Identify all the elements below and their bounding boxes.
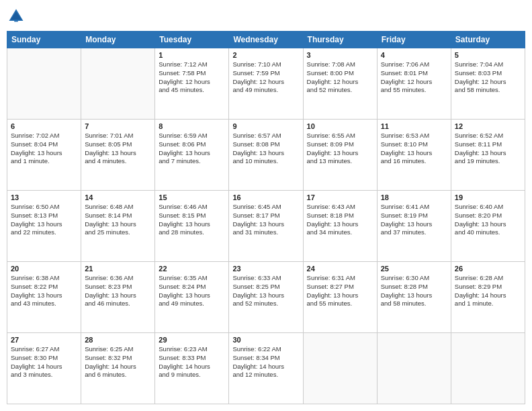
day-number: 14 (85, 193, 151, 201)
day-info: Sunrise: 6:36 AMSunset: 8:23 PMDaylight:… (85, 274, 151, 308)
day-cell (303, 333, 377, 404)
day-info: Sunrise: 6:46 AMSunset: 8:15 PMDaylight:… (159, 203, 225, 237)
week-row-1: 1Sunrise: 7:12 AMSunset: 7:58 PMDaylight… (7, 48, 525, 120)
day-info: Sunrise: 7:01 AMSunset: 8:05 PMDaylight:… (85, 132, 151, 166)
page: SundayMondayTuesdayWednesdayThursdayFrid… (0, 0, 532, 411)
logo-icon (7, 7, 26, 26)
day-cell: 7Sunrise: 7:01 AMSunset: 8:05 PMDaylight… (81, 120, 155, 191)
day-number: 27 (11, 336, 77, 344)
day-cell (7, 48, 81, 120)
day-info: Sunrise: 6:48 AMSunset: 8:14 PMDaylight:… (85, 203, 151, 237)
day-info: Sunrise: 6:50 AMSunset: 8:13 PMDaylight:… (11, 203, 77, 237)
day-cell: 19Sunrise: 6:40 AMSunset: 8:20 PMDayligh… (451, 191, 525, 262)
day-number: 8 (159, 122, 225, 130)
week-row-3: 13Sunrise: 6:50 AMSunset: 8:13 PMDayligh… (7, 191, 525, 262)
day-number: 23 (232, 265, 299, 273)
day-number: 1 (159, 51, 225, 59)
day-cell: 24Sunrise: 6:31 AMSunset: 8:27 PMDayligh… (303, 262, 377, 333)
day-cell: 17Sunrise: 6:43 AMSunset: 8:18 PMDayligh… (303, 191, 377, 262)
day-info: Sunrise: 6:55 AMSunset: 8:09 PMDaylight:… (307, 132, 373, 166)
day-cell: 11Sunrise: 6:53 AMSunset: 8:10 PMDayligh… (377, 120, 451, 191)
calendar: SundayMondayTuesdayWednesdayThursdayFrid… (7, 31, 525, 404)
day-cell: 12Sunrise: 6:52 AMSunset: 8:11 PMDayligh… (451, 120, 525, 191)
day-info: Sunrise: 7:08 AMSunset: 8:00 PMDaylight:… (307, 60, 373, 95)
day-header-sunday: Sunday (7, 32, 81, 48)
day-cell: 3Sunrise: 7:08 AMSunset: 8:00 PMDaylight… (303, 48, 377, 120)
day-number: 22 (159, 265, 225, 273)
day-info: Sunrise: 7:06 AMSunset: 8:01 PMDaylight:… (381, 60, 447, 95)
day-cell: 23Sunrise: 6:33 AMSunset: 8:25 PMDayligh… (229, 262, 303, 333)
day-cell: 27Sunrise: 6:27 AMSunset: 8:30 PMDayligh… (7, 333, 81, 404)
day-number: 15 (159, 193, 225, 201)
day-header-tuesday: Tuesday (155, 32, 229, 48)
day-number: 20 (11, 265, 77, 273)
day-number: 4 (381, 51, 447, 59)
day-cell: 13Sunrise: 6:50 AMSunset: 8:13 PMDayligh… (7, 191, 81, 262)
day-number: 11 (381, 122, 447, 130)
day-info: Sunrise: 7:04 AMSunset: 8:03 PMDaylight:… (455, 60, 521, 95)
day-info: Sunrise: 6:41 AMSunset: 8:19 PMDaylight:… (381, 203, 447, 237)
day-number: 21 (85, 265, 151, 273)
day-cell: 2Sunrise: 7:10 AMSunset: 7:59 PMDaylight… (229, 48, 303, 120)
day-cell: 26Sunrise: 6:28 AMSunset: 8:29 PMDayligh… (451, 262, 525, 333)
day-number: 16 (232, 193, 299, 201)
day-header-thursday: Thursday (303, 32, 377, 48)
day-cell: 15Sunrise: 6:46 AMSunset: 8:15 PMDayligh… (155, 191, 229, 262)
day-info: Sunrise: 6:40 AMSunset: 8:20 PMDaylight:… (455, 203, 521, 237)
day-info: Sunrise: 6:52 AMSunset: 8:11 PMDaylight:… (455, 132, 521, 166)
day-cell: 21Sunrise: 6:36 AMSunset: 8:23 PMDayligh… (81, 262, 155, 333)
day-cell: 16Sunrise: 6:45 AMSunset: 8:17 PMDayligh… (229, 191, 303, 262)
week-row-2: 6Sunrise: 7:02 AMSunset: 8:04 PMDaylight… (7, 120, 525, 191)
day-number: 2 (232, 51, 299, 59)
day-info: Sunrise: 6:28 AMSunset: 8:29 PMDaylight:… (455, 274, 521, 308)
day-number: 19 (455, 193, 521, 201)
day-cell: 5Sunrise: 7:04 AMSunset: 8:03 PMDaylight… (451, 48, 525, 120)
day-info: Sunrise: 6:38 AMSunset: 8:22 PMDaylight:… (11, 274, 77, 308)
day-number: 26 (455, 265, 521, 273)
day-info: Sunrise: 6:31 AMSunset: 8:27 PMDaylight:… (307, 274, 373, 308)
day-cell (451, 333, 525, 404)
day-cell: 29Sunrise: 6:23 AMSunset: 8:33 PMDayligh… (155, 333, 229, 404)
day-cell: 14Sunrise: 6:48 AMSunset: 8:14 PMDayligh… (81, 191, 155, 262)
day-cell: 9Sunrise: 6:57 AMSunset: 8:08 PMDaylight… (229, 120, 303, 191)
day-header-saturday: Saturday (451, 32, 525, 48)
day-info: Sunrise: 6:45 AMSunset: 8:17 PMDaylight:… (232, 203, 299, 237)
day-cell: 10Sunrise: 6:55 AMSunset: 8:09 PMDayligh… (303, 120, 377, 191)
day-info: Sunrise: 6:22 AMSunset: 8:34 PMDaylight:… (232, 345, 299, 379)
day-info: Sunrise: 7:10 AMSunset: 7:59 PMDaylight:… (232, 60, 299, 95)
day-cell: 28Sunrise: 6:25 AMSunset: 8:32 PMDayligh… (81, 333, 155, 404)
day-cell: 18Sunrise: 6:41 AMSunset: 8:19 PMDayligh… (377, 191, 451, 262)
day-number: 12 (455, 122, 521, 130)
day-cell: 25Sunrise: 6:30 AMSunset: 8:28 PMDayligh… (377, 262, 451, 333)
day-info: Sunrise: 6:57 AMSunset: 8:08 PMDaylight:… (232, 132, 299, 166)
day-number: 18 (381, 193, 447, 201)
day-info: Sunrise: 7:02 AMSunset: 8:04 PMDaylight:… (11, 132, 77, 166)
day-cell (81, 48, 155, 120)
day-number: 29 (159, 336, 225, 344)
day-cell: 6Sunrise: 7:02 AMSunset: 8:04 PMDaylight… (7, 120, 81, 191)
day-number: 13 (11, 193, 77, 201)
week-row-5: 27Sunrise: 6:27 AMSunset: 8:30 PMDayligh… (7, 333, 525, 404)
day-info: Sunrise: 6:35 AMSunset: 8:24 PMDaylight:… (159, 274, 225, 308)
day-number: 6 (11, 122, 77, 130)
day-info: Sunrise: 6:27 AMSunset: 8:30 PMDaylight:… (11, 345, 77, 379)
day-info: Sunrise: 6:23 AMSunset: 8:33 PMDaylight:… (159, 345, 225, 379)
day-number: 3 (307, 51, 373, 59)
header (7, 7, 525, 26)
week-row-4: 20Sunrise: 6:38 AMSunset: 8:22 PMDayligh… (7, 262, 525, 333)
day-number: 30 (232, 336, 299, 344)
day-number: 25 (381, 265, 447, 273)
day-cell: 22Sunrise: 6:35 AMSunset: 8:24 PMDayligh… (155, 262, 229, 333)
svg-rect-2 (14, 20, 18, 22)
day-cell: 8Sunrise: 6:59 AMSunset: 8:06 PMDaylight… (155, 120, 229, 191)
day-header-wednesday: Wednesday (229, 32, 303, 48)
day-info: Sunrise: 6:53 AMSunset: 8:10 PMDaylight:… (381, 132, 447, 166)
day-cell: 20Sunrise: 6:38 AMSunset: 8:22 PMDayligh… (7, 262, 81, 333)
day-info: Sunrise: 6:43 AMSunset: 8:18 PMDaylight:… (307, 203, 373, 237)
day-number: 7 (85, 122, 151, 130)
logo (7, 7, 28, 26)
day-header-friday: Friday (377, 32, 451, 48)
day-number: 10 (307, 122, 373, 130)
day-info: Sunrise: 7:12 AMSunset: 7:58 PMDaylight:… (159, 60, 225, 95)
day-info: Sunrise: 6:33 AMSunset: 8:25 PMDaylight:… (232, 274, 299, 308)
